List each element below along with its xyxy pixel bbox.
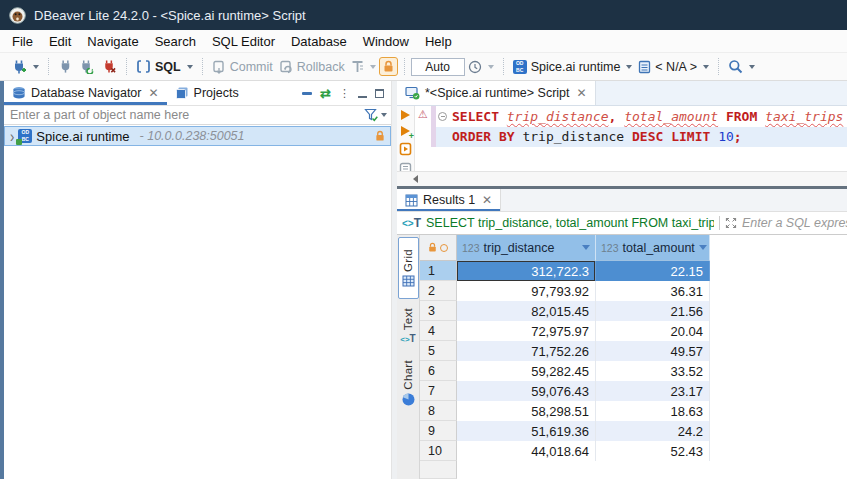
explain-plan-button[interactable] [399, 162, 412, 171]
active-schema-selector[interactable]: < N/A > [635, 58, 712, 76]
table-row[interactable]: 858,298.5118.63 [420, 401, 847, 421]
tab-database-navigator[interactable]: Database Navigator ✕ [4, 81, 167, 105]
menu-window[interactable]: Window [363, 34, 409, 49]
transaction-caret[interactable] [370, 65, 376, 69]
expand-chevron-icon[interactable]: › [10, 128, 14, 144]
row-number[interactable]: 4 [420, 321, 457, 341]
editor-hscrollbar[interactable] [397, 171, 847, 186]
cell[interactable]: 82,015.45 [457, 301, 596, 321]
row-number[interactable]: 3 [420, 301, 457, 321]
sql-editor-button[interactable]: SQL [133, 57, 196, 76]
transaction-history-caret[interactable] [488, 65, 494, 69]
cell[interactable]: 49.57 [596, 341, 710, 361]
close-icon[interactable]: ✕ [577, 87, 587, 99]
close-icon[interactable]: ✕ [148, 87, 158, 99]
code-line[interactable]: SELECT trip_distance, total_amount FROM … [436, 107, 847, 127]
fold-marker-icon[interactable] [438, 112, 447, 121]
reconnect-button[interactable] [76, 57, 98, 76]
execute-script-button[interactable] [399, 142, 412, 156]
row-number[interactable]: 6 [420, 361, 457, 381]
cell[interactable]: 22.15 [596, 261, 710, 281]
tab-projects[interactable]: Projects [167, 81, 247, 105]
close-icon[interactable]: ✕ [482, 194, 492, 206]
cell[interactable]: 52.43 [596, 441, 710, 461]
tab-sql-script[interactable]: *<Spice.ai runtime> Script ✕ [397, 81, 596, 105]
sort-desc-icon[interactable] [582, 245, 590, 250]
table-row[interactable]: 759,076.4323.17 [420, 381, 847, 401]
table-row[interactable]: 1312,722.322.15 [420, 261, 847, 281]
table-row[interactable]: 297,793.9236.31 [420, 281, 847, 301]
row-number[interactable]: 9 [420, 421, 457, 441]
maximize-view-icon[interactable] [375, 89, 384, 98]
tab-grid-view[interactable]: Grid [398, 237, 419, 299]
scroll-left-icon[interactable] [413, 175, 418, 183]
table-row[interactable]: 951,619.3624.2 [420, 421, 847, 441]
link-with-editor-icon[interactable]: ⇄ [320, 87, 331, 100]
active-connection-selector[interactable]: ODBC Spice.ai runtime [510, 58, 636, 76]
code-line[interactable]: ORDER BY trip_distance DESC LIMIT 10; [436, 127, 847, 147]
cell[interactable]: 71,752.26 [457, 341, 596, 361]
sql-filter-icon[interactable]: <>T [402, 216, 421, 230]
expand-panel-icon[interactable] [725, 217, 737, 229]
cell[interactable]: 33.52 [596, 361, 710, 381]
filter-caret[interactable] [381, 113, 387, 117]
tab-results-1[interactable]: Results 1 ✕ [397, 189, 501, 211]
menu-sql-editor[interactable]: SQL Editor [212, 34, 275, 49]
connection-tree-item[interactable]: › ODBC Spice.ai runtime - 10.0.0.238:500… [4, 126, 391, 146]
menu-edit[interactable]: Edit [49, 34, 71, 49]
sql-code-area[interactable]: SELECT trip_distance, total_amount FROM … [436, 106, 847, 171]
collapse-all-icon[interactable] [302, 92, 312, 95]
menu-navigate[interactable]: Navigate [87, 34, 138, 49]
cell[interactable]: 24.2 [596, 421, 710, 441]
grid-corner-cell[interactable] [420, 235, 457, 261]
connect-button[interactable] [55, 57, 76, 76]
table-row[interactable]: 382,015.4521.56 [420, 301, 847, 321]
cell[interactable]: 51,619.36 [457, 421, 596, 441]
transaction-history-button[interactable] [465, 58, 497, 76]
menu-database[interactable]: Database [291, 34, 347, 49]
table-row[interactable]: 1044,018.6452.43 [420, 441, 847, 461]
cell[interactable]: 72,975.97 [457, 321, 596, 341]
cell[interactable]: 21.56 [596, 301, 710, 321]
autocommit-mode-combo[interactable]: Auto [411, 58, 465, 76]
table-row[interactable]: 472,975.9720.04 [420, 321, 847, 341]
row-number[interactable]: 7 [420, 381, 457, 401]
cell[interactable]: 36.31 [596, 281, 710, 301]
menu-search[interactable]: Search [155, 34, 196, 49]
autocommit-toggle[interactable] [379, 57, 398, 76]
row-number[interactable]: 2 [420, 281, 457, 301]
new-connection-button[interactable] [8, 57, 42, 77]
tab-text-view[interactable]: Text <>T [398, 299, 419, 353]
menu-file[interactable]: File [12, 34, 33, 49]
cell[interactable]: 59,282.45 [457, 361, 596, 381]
transaction-log-button[interactable] [348, 58, 379, 76]
connection-selector-caret[interactable] [626, 65, 632, 69]
view-menu-icon[interactable]: ⋮ [339, 88, 350, 99]
search-button[interactable] [725, 57, 758, 76]
result-filter-input[interactable] [742, 216, 847, 230]
row-number[interactable]: 1 [420, 261, 457, 281]
cell[interactable]: 20.04 [596, 321, 710, 341]
row-number[interactable]: 5 [420, 341, 457, 361]
rollback-button[interactable]: Rollback [276, 58, 348, 76]
cell[interactable]: 97,793.92 [457, 281, 596, 301]
commit-button[interactable]: Commit [209, 58, 276, 76]
menu-help[interactable]: Help [425, 34, 452, 49]
sql-editor-caret[interactable] [187, 65, 193, 69]
cell[interactable]: 23.17 [596, 381, 710, 401]
minimize-view-icon[interactable] [358, 89, 367, 98]
object-filter-input[interactable] [4, 108, 364, 122]
cell[interactable]: 58,298.51 [457, 401, 596, 421]
filter-funnel-icon[interactable] [364, 108, 379, 122]
execute-new-tab-button[interactable]: + [401, 126, 410, 136]
row-number[interactable]: 8 [420, 401, 457, 421]
column-header-trip-distance[interactable]: 123 trip_distance [457, 235, 596, 261]
schema-selector-caret[interactable] [703, 65, 709, 69]
column-header-total-amount[interactable]: 123 total_amount [596, 235, 710, 261]
execute-statement-button[interactable] [401, 110, 410, 120]
cell[interactable]: 59,076.43 [457, 381, 596, 401]
row-number[interactable]: 10 [420, 441, 457, 461]
cell[interactable]: 18.63 [596, 401, 710, 421]
new-connection-caret[interactable] [33, 65, 39, 69]
table-row[interactable]: 571,752.2649.57 [420, 341, 847, 361]
